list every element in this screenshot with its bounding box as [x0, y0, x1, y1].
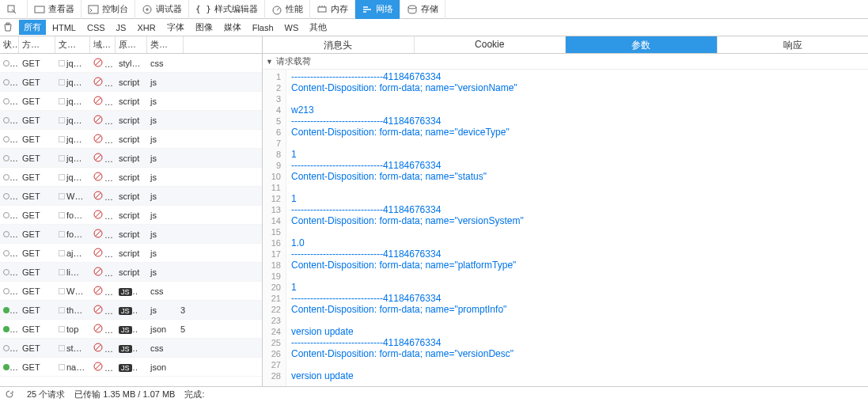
details-panel: 消息头Cookie参数响应 ▼ 请求载荷 1234567891011121314… [263, 36, 868, 386]
nocache-icon [93, 305, 103, 314]
nocache-icon [93, 77, 103, 86]
toolbar-style[interactable]: { }样式编辑器 [189, 0, 265, 19]
filter-bar: 所有HTMLCSSJSXHR字体图像媒体FlashWS其他 [0, 19, 868, 36]
toolbar-perf[interactable]: 性能 [265, 0, 310, 19]
column-header[interactable]: 方… [19, 36, 55, 53]
svg-rect-2 [89, 6, 98, 13]
request-row[interactable]: …GETWd…10…scriptjs [0, 187, 262, 206]
request-row[interactable]: …GETth…10…JSxhrjs3 [0, 301, 262, 320]
inspector-icon [34, 4, 45, 15]
svg-rect-1 [35, 6, 44, 13]
status-dot [3, 79, 9, 85]
filter-HTML[interactable]: HTML [47, 21, 81, 34]
request-row[interactable]: …GETaj…10…scriptjs [0, 244, 262, 263]
status-dot [3, 326, 9, 332]
request-row[interactable]: …GETst…10…JSsty…css [0, 339, 262, 358]
detail-tab[interactable]: 参数 [566, 36, 718, 53]
status-dot [3, 269, 9, 275]
toolbar-storage[interactable]: 存储 [400, 0, 445, 19]
request-row[interactable]: …GETjq…10…scriptjs [0, 149, 262, 168]
payload-header[interactable]: ▼ 请求载荷 [263, 54, 868, 70]
nocache-icon [93, 248, 103, 257]
request-row[interactable]: …GETjq…10…scriptjs [0, 73, 262, 92]
status-dot [3, 288, 9, 294]
nocache-icon [93, 191, 103, 200]
status-dot [3, 136, 9, 142]
request-row[interactable]: …GETjq…10…scriptjs [0, 92, 262, 111]
filter-XHR[interactable]: XHR [132, 21, 160, 34]
console-icon [88, 4, 99, 15]
filter-图像[interactable]: 图像 [191, 20, 218, 35]
status-dot [3, 98, 9, 104]
column-header[interactable]: 文… [55, 36, 90, 53]
status-dot [3, 155, 9, 161]
svg-rect-5 [318, 7, 326, 12]
nocache-icon [93, 343, 103, 352]
toolbar-network[interactable]: 网络 [355, 0, 400, 19]
payload-text: -----------------------------41184676334… [286, 71, 868, 381]
status-dot [3, 193, 9, 199]
payload-body: 1234567891011121314151617181920212223242… [263, 70, 868, 386]
detail-tab[interactable]: Cookie [415, 36, 567, 53]
toolbar-debugger[interactable]: 调试器 [135, 0, 189, 19]
svg-point-6 [408, 6, 416, 9]
nocache-icon [93, 134, 103, 143]
storage-icon [407, 4, 418, 15]
picker-icon [6, 4, 17, 15]
request-row[interactable]: …GETtop10…JSxhrjson5 [0, 320, 262, 339]
request-row[interactable]: …GETjq…10…scriptjs [0, 111, 262, 130]
request-row[interactable]: …GETjq…10…styles…css [0, 54, 262, 73]
request-row[interactable]: …GETna…10…JSxhrjson [0, 358, 262, 377]
toolbar-picker[interactable] [0, 0, 28, 19]
filter-字体[interactable]: 字体 [162, 20, 189, 35]
toolbar-console[interactable]: 控制台 [81, 0, 135, 19]
toolbar-memory[interactable]: 内存 [310, 0, 355, 19]
clear-icon[interactable] [3, 22, 13, 33]
request-row[interactable]: …GETWd…10…JSsty…css [0, 282, 262, 301]
column-headers: 状…方…文…域…原…类… [0, 36, 262, 54]
toolbar-inspector[interactable]: 查看器 [28, 0, 81, 19]
perf-icon [271, 4, 282, 15]
status-dot [3, 174, 9, 180]
nocache-icon [93, 210, 103, 219]
style-icon: { } [195, 4, 211, 14]
status-dot [3, 345, 9, 351]
main-area: 状…方…文…域…原…类… …GETjq…10…styles…css …GETjq… [0, 36, 868, 386]
reload-icon[interactable] [5, 389, 14, 400]
detail-tabs: 消息头Cookie参数响应 [263, 36, 868, 54]
memory-icon [316, 4, 328, 15]
status-dot [3, 231, 9, 237]
nocache-icon [93, 172, 103, 181]
filter-其他[interactable]: 其他 [305, 20, 332, 35]
filter-所有[interactable]: 所有 [19, 20, 46, 35]
status-dot [3, 117, 9, 123]
detail-tab[interactable]: 响应 [718, 36, 869, 53]
column-header[interactable]: 类… [147, 36, 184, 53]
nocache-icon [93, 324, 103, 333]
detail-tab[interactable]: 消息头 [263, 36, 415, 53]
nocache-icon [93, 362, 103, 371]
filter-JS[interactable]: JS [112, 21, 131, 34]
request-row[interactable]: …GETfo…10…scriptjs [0, 206, 262, 225]
payload-title: 请求载荷 [276, 55, 311, 67]
request-row[interactable]: …GETjq…10…scriptjs [0, 130, 262, 149]
request-list: 状…方…文…域…原…类… …GETjq…10…styles…css …GETjq… [0, 36, 263, 386]
request-row[interactable]: …GETli…10…scriptjs [0, 263, 262, 282]
status-dot [3, 60, 9, 66]
nocache-icon [93, 96, 103, 105]
filter-Flash[interactable]: Flash [248, 21, 279, 34]
column-header[interactable]: 域… [90, 36, 116, 53]
status-dot [3, 250, 9, 256]
nocache-icon [93, 229, 103, 238]
request-row[interactable]: …GETfo…10…scriptjs [0, 225, 262, 244]
nocache-icon [93, 115, 103, 124]
request-row[interactable]: …GETjq…10…scriptjs [0, 168, 262, 187]
column-header[interactable]: 状… [0, 36, 19, 53]
filter-媒体[interactable]: 媒体 [219, 20, 246, 35]
filter-CSS[interactable]: CSS [82, 21, 110, 34]
status-dot [3, 307, 9, 313]
nocache-icon [93, 286, 103, 295]
filter-WS[interactable]: WS [280, 21, 304, 34]
nocache-icon [93, 153, 103, 162]
column-header[interactable]: 原… [116, 36, 147, 53]
